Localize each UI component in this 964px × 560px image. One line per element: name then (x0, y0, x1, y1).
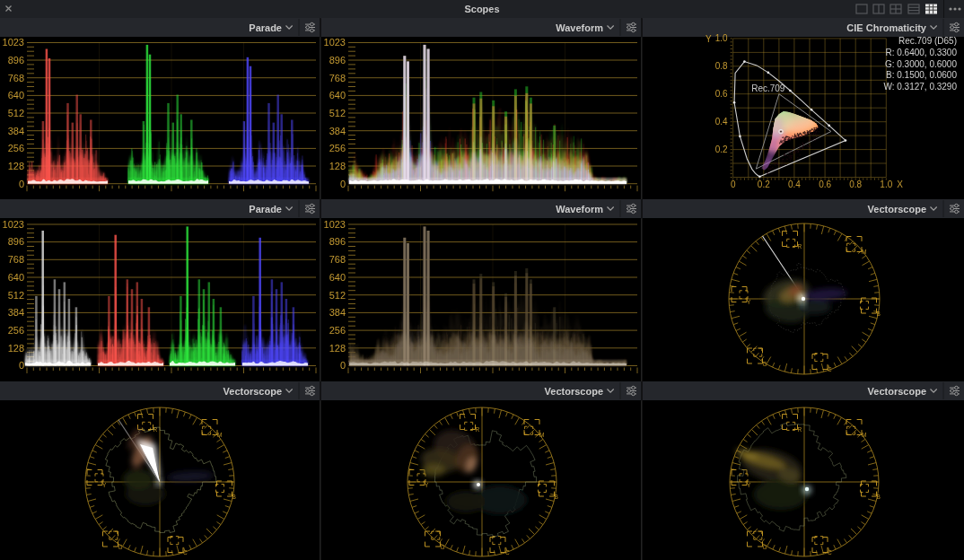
svg-text:G: G (441, 544, 445, 550)
svg-text:0.8: 0.8 (715, 61, 728, 71)
svg-text:1023: 1023 (324, 219, 346, 230)
svg-text:256: 256 (8, 325, 24, 336)
svg-text:768: 768 (329, 254, 346, 265)
svg-text:640: 640 (8, 90, 24, 101)
svg-text:G: G (763, 544, 767, 550)
svg-text:0.2: 0.2 (715, 144, 728, 154)
svg-text:384: 384 (329, 126, 346, 136)
svg-text:G: G (118, 544, 123, 550)
svg-text:0.2: 0.2 (758, 179, 770, 189)
svg-text:512: 512 (329, 108, 346, 118)
svg-text:0.6: 0.6 (819, 179, 831, 189)
svg-text:512: 512 (8, 290, 24, 301)
svg-text:C: C (505, 549, 510, 556)
svg-text:128: 128 (8, 343, 24, 354)
svg-text:Scopes: Scopes (464, 4, 499, 14)
svg-text:Vectorscope: Vectorscope (223, 386, 282, 397)
svg-text:512: 512 (8, 108, 24, 118)
svg-text:X: X (897, 179, 903, 189)
svg-text:Parade: Parade (249, 22, 282, 33)
svg-text:128: 128 (329, 343, 346, 354)
svg-text:M: M (539, 432, 544, 438)
svg-text:1023: 1023 (3, 37, 24, 48)
svg-text:1.0: 1.0 (880, 179, 892, 189)
svg-text:384: 384 (8, 307, 24, 318)
svg-text:896: 896 (329, 236, 346, 247)
svg-text:256: 256 (329, 325, 346, 336)
svg-text:128: 128 (329, 161, 346, 171)
svg-text:C: C (828, 549, 832, 556)
svg-text:Y: Y (425, 482, 429, 488)
svg-text:Waveform: Waveform (556, 22, 603, 33)
svg-text:640: 640 (8, 272, 24, 283)
svg-text:0: 0 (19, 360, 24, 371)
svg-text:0.4: 0.4 (715, 117, 728, 127)
svg-text:128: 128 (8, 161, 24, 171)
svg-text:384: 384 (8, 126, 24, 136)
svg-text:768: 768 (8, 254, 24, 265)
svg-text:0: 0 (19, 179, 24, 189)
svg-text:0.6: 0.6 (715, 89, 728, 99)
svg-text:CIE Chromaticity: CIE Chromaticity (846, 22, 927, 33)
svg-text:C: C (828, 366, 832, 372)
svg-text:0.4: 0.4 (788, 179, 801, 189)
svg-text:896: 896 (329, 55, 346, 66)
svg-text:Vectorscope: Vectorscope (545, 386, 603, 397)
svg-text:512: 512 (329, 290, 346, 301)
svg-text:384: 384 (329, 307, 346, 318)
svg-text:M: M (862, 249, 866, 255)
svg-text:640: 640 (329, 90, 346, 101)
svg-text:1023: 1023 (324, 37, 346, 48)
svg-text:896: 896 (8, 236, 24, 247)
svg-text:M: M (862, 432, 866, 438)
svg-text:256: 256 (329, 143, 346, 153)
svg-text:R: R (798, 426, 802, 433)
svg-text:R: 0.6400, 0.3300: R: 0.6400, 0.3300 (885, 48, 957, 57)
svg-text:B: B (877, 494, 881, 500)
svg-text:G: G (763, 361, 767, 367)
svg-text:R: R (476, 426, 480, 433)
svg-text:Rec.709: Rec.709 (751, 83, 785, 93)
svg-text:Rec.709 (D65): Rec.709 (D65) (898, 36, 957, 46)
svg-text:M: M (217, 432, 222, 438)
svg-text:Vectorscope: Vectorscope (868, 204, 926, 214)
svg-text:Vectorscope: Vectorscope (868, 386, 926, 397)
svg-text:Y: Y (747, 299, 751, 305)
svg-text:W: 0.3127, 0.3290: W: 0.3127, 0.3290 (883, 82, 957, 92)
svg-text:1023: 1023 (3, 219, 24, 230)
svg-text:C: C (183, 549, 188, 556)
svg-text:0: 0 (340, 360, 346, 371)
svg-text:0: 0 (340, 179, 346, 189)
svg-text:768: 768 (8, 73, 24, 83)
svg-text:640: 640 (329, 272, 346, 283)
svg-text:B: B (555, 494, 558, 500)
svg-text:B: B (232, 494, 236, 500)
svg-text:768: 768 (329, 73, 346, 83)
svg-text:Parade: Parade (249, 204, 282, 214)
svg-text:B: 0.1500, 0.0600: B: 0.1500, 0.0600 (886, 70, 957, 80)
svg-text:Y: Y (102, 482, 107, 488)
svg-text:R: R (798, 243, 802, 249)
svg-text:1.0: 1.0 (715, 33, 728, 43)
svg-text:0.8: 0.8 (849, 179, 862, 189)
svg-text:0: 0 (731, 179, 736, 189)
svg-text:Waveform: Waveform (556, 204, 603, 214)
svg-text:B: B (877, 311, 881, 317)
svg-text:Y: Y (705, 34, 712, 44)
svg-text:G: 0.3000, 0.6000: G: 0.3000, 0.6000 (885, 59, 958, 69)
svg-text:256: 256 (8, 143, 24, 153)
svg-text:896: 896 (8, 55, 24, 66)
svg-text:Y: Y (747, 482, 751, 488)
